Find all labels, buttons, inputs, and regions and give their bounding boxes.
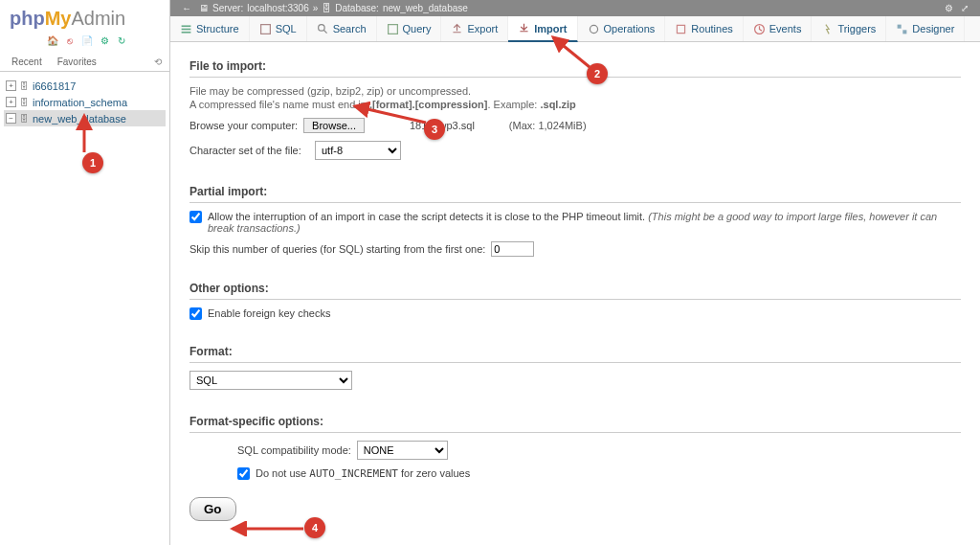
auto-increment-checkbox[interactable] [237, 467, 250, 480]
svg-rect-1 [182, 28, 191, 30]
allow-interrupt-checkbox[interactable] [189, 211, 202, 223]
go-button[interactable]: Go [189, 497, 236, 521]
svg-rect-6 [388, 24, 397, 34]
max-size: (Max: 1,024MiB) [509, 120, 587, 131]
tab-favorites[interactable]: Favorites [50, 53, 104, 71]
tab-search[interactable]: Search [307, 16, 377, 41]
browse-button[interactable]: Browse... [303, 118, 365, 133]
svg-point-4 [318, 24, 324, 31]
format-specific-heading: Format-specific options: [189, 407, 961, 433]
back-icon[interactable]: ← [178, 3, 195, 13]
tab-triggers[interactable]: Triggers [812, 16, 886, 41]
svg-rect-2 [182, 31, 191, 33]
reload-icon[interactable]: ↻ [115, 34, 128, 47]
svg-point-7 [590, 25, 597, 33]
gear-icon[interactable]: ⚙ [945, 3, 953, 13]
tab-structure[interactable]: Structure [170, 16, 250, 41]
expand-icon[interactable]: + [6, 80, 16, 91]
fk-checks-checkbox[interactable] [189, 307, 202, 320]
svg-line-5 [323, 30, 326, 33]
sidebar-tabs: Recent Favorites ⟲ [0, 53, 169, 72]
breadcrumb: ← 🖥 Server: localhost:3306 » 🗄 Database:… [170, 0, 980, 16]
format-select[interactable]: SQL [189, 371, 352, 390]
db-name: i6661817 [33, 80, 76, 92]
expand-icon[interactable]: + [6, 97, 16, 107]
tab-designer[interactable]: Designer [886, 16, 965, 41]
auto-increment-label: Do not use AUTO_INCREMENT for zero value… [256, 467, 470, 480]
other-options-heading: Other options: [189, 274, 961, 300]
main-panel: ← 🖥 Server: localhost:3306 » 🗄 Database:… [170, 0, 980, 545]
tab-export[interactable]: Export [441, 16, 508, 41]
tab-query[interactable]: Query [377, 16, 442, 41]
db-name: information_schema [33, 97, 127, 108]
tab-recent[interactable]: Recent [4, 53, 50, 71]
breadcrumb-server[interactable]: localhost:3306 [247, 3, 309, 13]
annotation-marker-3: 3 [424, 119, 445, 140]
svg-rect-10 [903, 30, 907, 34]
allow-interrupt-label: Allow the interruption of an import in c… [208, 211, 961, 234]
compat-label: SQL compatibility mode: [237, 444, 351, 456]
server-icon: 🖥 [199, 3, 209, 13]
tab-routines[interactable]: Routines [665, 16, 743, 41]
format-heading: Format: [189, 337, 961, 363]
expand-icon[interactable]: ⤢ [957, 3, 972, 13]
collapse-icon[interactable]: − [6, 113, 16, 124]
db-item[interactable]: + 🗄 information_schema [4, 94, 166, 110]
skip-label: Skip this number of queries (for SQL) st… [189, 243, 485, 255]
charset-select[interactable]: utf-8 [315, 141, 401, 160]
db-item-selected[interactable]: − 🗄 new_web_database [4, 110, 166, 126]
settings-icon[interactable]: ⚙ [98, 34, 111, 47]
breadcrumb-db[interactable]: new_web_database [383, 3, 468, 13]
compat-select[interactable]: NONE [357, 441, 448, 460]
partial-import-heading: Partial import: [189, 177, 961, 203]
file-import-heading: File to import: [189, 52, 961, 78]
db-icon: 🗄 [322, 3, 331, 13]
db-icon: 🗄 [18, 96, 31, 108]
main-tabs: Structure SQL Search Query Export Import… [170, 16, 980, 42]
tab-events[interactable]: Events [744, 16, 813, 41]
compression-example: A compressed file's name must end in .[f… [189, 99, 961, 110]
annotation-marker-1: 1 [82, 152, 103, 173]
svg-rect-9 [898, 24, 902, 28]
browse-label: Browse your computer: [189, 120, 298, 131]
tab-sql[interactable]: SQL [250, 16, 307, 41]
tab-operations[interactable]: Operations [578, 16, 666, 41]
tab-import[interactable]: Import [508, 16, 577, 42]
charset-label: Character set of the file: [189, 145, 309, 156]
db-item[interactable]: + 🗄 i6661817 [4, 78, 166, 94]
home-icon[interactable]: 🏠 [46, 34, 59, 47]
collapse-icon[interactable]: ⟲ [150, 53, 166, 71]
compression-hint: File may be compressed (gzip, bzip2, zip… [189, 85, 961, 97]
logo: phpMyAdmin [0, 0, 169, 32]
breadcrumb-server-label: Server: [212, 3, 243, 13]
db-icon: 🗄 [18, 112, 31, 125]
db-icon: 🗄 [18, 79, 31, 92]
svg-rect-3 [260, 24, 270, 34]
svg-rect-0 [182, 25, 191, 27]
sidebar-toolbar: 🏠 ⎋ 📄 ⚙ ↻ [0, 32, 169, 53]
db-name: new_web_database [33, 113, 126, 125]
skip-queries-input[interactable] [491, 241, 534, 257]
db-tree: + 🗄 i6661817 + 🗄 information_schema − 🗄 … [0, 72, 169, 132]
annotation-marker-2: 2 [587, 63, 608, 84]
annotation-marker-4: 4 [304, 517, 325, 538]
sidebar: phpMyAdmin 🏠 ⎋ 📄 ⚙ ↻ Recent Favorites ⟲ … [0, 0, 170, 545]
import-form: File to import: File may be compressed (… [170, 42, 980, 545]
breadcrumb-db-label: Database: [335, 3, 379, 13]
docs-icon[interactable]: 📄 [80, 34, 94, 47]
logout-icon[interactable]: ⎋ [63, 34, 77, 47]
fk-checks-label: Enable foreign key checks [208, 307, 330, 319]
